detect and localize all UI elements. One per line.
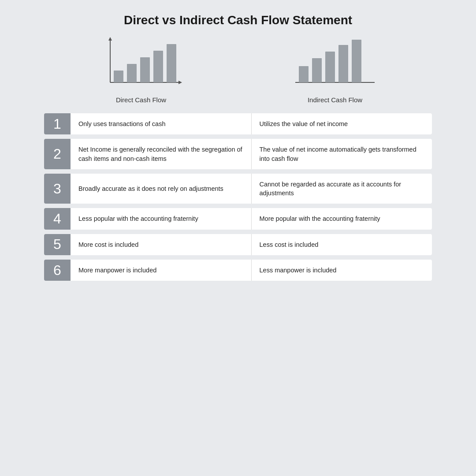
row-number-3: 3 bbox=[44, 174, 71, 204]
svg-rect-10 bbox=[299, 66, 309, 82]
table-row: 3 Broadly accurate as it does not rely o… bbox=[44, 174, 432, 204]
svg-rect-6 bbox=[140, 57, 150, 82]
svg-rect-4 bbox=[114, 71, 123, 82]
row-number-2: 2 bbox=[44, 139, 71, 169]
row-right-4: More popular with the accounting fratern… bbox=[252, 208, 432, 229]
row-left-3: Broadly accurate as it does not rely on … bbox=[71, 174, 252, 204]
row-number-5: 5 bbox=[44, 234, 71, 255]
row-left-2: Net Income is generally reconciled with … bbox=[71, 139, 252, 169]
row-right-6: Less manpower is included bbox=[252, 260, 432, 281]
row-left-5: More cost is included bbox=[71, 234, 252, 255]
row-left-6: More manpower is included bbox=[71, 260, 252, 281]
table-row: 5 More cost is included Less cost is inc… bbox=[44, 234, 432, 255]
row-number-4: 4 bbox=[44, 208, 71, 229]
row-right-3: Cannot be regarded as accurate as it acc… bbox=[252, 174, 432, 204]
indirect-chart-label: Indirect Cash Flow bbox=[308, 96, 362, 104]
page-title: Direct vs Indirect Cash Flow Statement bbox=[124, 13, 352, 27]
table-row: 6 More manpower is included Less manpowe… bbox=[44, 260, 432, 281]
svg-marker-1 bbox=[108, 37, 112, 41]
row-number-6: 6 bbox=[44, 260, 71, 281]
svg-rect-14 bbox=[352, 40, 361, 82]
row-right-2: The value of net income automatically ge… bbox=[252, 139, 432, 169]
table-row: 2 Net Income is generally reconciled wit… bbox=[44, 139, 432, 169]
indirect-bar-chart bbox=[291, 36, 379, 93]
row-number-1: 1 bbox=[44, 113, 71, 134]
row-right-5: Less cost is included bbox=[252, 234, 432, 255]
direct-chart-container: Direct Cash Flow bbox=[97, 36, 185, 104]
table-row: 1 Only uses transactions of cash Utilize… bbox=[44, 113, 432, 134]
table-row: 4 Less popular with the accounting frate… bbox=[44, 208, 432, 229]
row-left-4: Less popular with the accounting fratern… bbox=[71, 208, 252, 229]
charts-section: Direct Cash Flow Indirect Cash Flow bbox=[44, 36, 432, 104]
comparison-table: 1 Only uses transactions of cash Utilize… bbox=[44, 113, 432, 281]
indirect-chart-container: Indirect Cash Flow bbox=[291, 36, 379, 104]
svg-rect-11 bbox=[312, 58, 322, 82]
svg-rect-12 bbox=[325, 52, 335, 82]
direct-chart-label: Direct Cash Flow bbox=[116, 96, 166, 104]
row-right-1: Utilizes the value of net income bbox=[252, 113, 432, 134]
row-left-1: Only uses transactions of cash bbox=[71, 113, 252, 134]
direct-bar-chart bbox=[97, 36, 185, 93]
svg-rect-8 bbox=[167, 44, 176, 82]
svg-rect-13 bbox=[338, 45, 348, 82]
svg-marker-3 bbox=[178, 81, 182, 84]
svg-rect-5 bbox=[127, 64, 137, 82]
svg-rect-7 bbox=[153, 51, 163, 82]
